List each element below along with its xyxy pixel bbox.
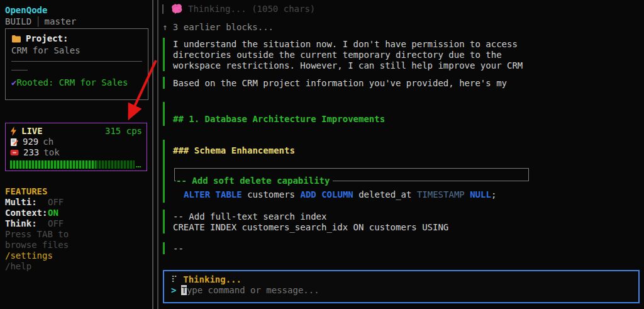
message-block: ## 1. Database Architecture Improvements	[163, 102, 385, 126]
tab-hint-line2: browse files	[5, 240, 69, 250]
sql-punctuation: ;	[491, 189, 496, 199]
help-command[interactable]: /help	[5, 261, 69, 272]
sql-identifier: customers	[247, 189, 300, 199]
divider-short	[11, 70, 28, 70]
progress-remaining	[96, 160, 135, 169]
branch-name: master	[45, 16, 77, 26]
feature-value: OFF	[48, 197, 64, 207]
settings-command[interactable]: /settings	[5, 250, 69, 261]
divider	[11, 61, 142, 62]
earlier-blocks-indicator[interactable]: ↑ 3 earlier blocks...	[162, 22, 274, 33]
paragraph-line: I understand the situation now. I don't …	[173, 39, 523, 50]
feature-value: ON	[48, 208, 58, 218]
progress-ellipsis: …	[136, 159, 141, 170]
feature-label: Multi:	[5, 197, 48, 208]
markdown-h3: ### Schema Enhancements	[173, 145, 529, 156]
text-cursor: T	[181, 285, 186, 295]
feature-context: Context:ON	[5, 208, 69, 218]
app-title: OpenQode	[5, 5, 47, 16]
sql-keyword: ALTER TABLE	[184, 189, 247, 199]
char-count: 929	[23, 137, 38, 147]
build-branch-line: BUILD│master	[5, 16, 76, 27]
project-name: CRM for Sales	[11, 45, 142, 56]
message-block: Based on the CRM project information you…	[163, 77, 507, 89]
message-block: -- Add full-text search index CREATE IND…	[163, 210, 448, 233]
sql-statement: CREATE INDEX customers_search_idx ON cus…	[173, 222, 448, 233]
markdown-h2: ## 1. Database Architecture Improvements	[173, 114, 385, 125]
message-block: I understand the situation now. I don't …	[163, 38, 523, 71]
brain-icon	[171, 4, 183, 14]
features-title: FEATURES	[5, 186, 69, 197]
progress-filled	[10, 160, 96, 169]
lightning-icon	[10, 126, 17, 136]
thinking-header: Thinking... (1050 chars)	[162, 4, 315, 14]
prompt-chevron: >	[171, 285, 176, 295]
message-block: ### Schema Enhancements -- Add soft dele…	[163, 140, 529, 203]
project-panel: Project: CRM for Sales ✔Rooted: CRM for …	[5, 28, 148, 100]
separator-bar: │	[31, 16, 44, 26]
sql-identifier: deleted_at	[358, 189, 417, 199]
spinner-icon: ⠏	[171, 274, 177, 284]
token-ticket-icon	[10, 149, 19, 156]
tab-hint-line1: Press TAB to	[5, 229, 69, 240]
chat-output-area: Thinking... (1050 chars) ↑ 3 earlier blo…	[162, 0, 644, 309]
features-section: FEATURES Multi:OFF Context:ON Think:OFF …	[5, 186, 69, 272]
sidebar: OpenQode BUILD│master Project: CRM for S…	[0, 0, 151, 309]
sql-comment: -- Add full-text search index	[173, 211, 448, 222]
thinking-header-text: Thinking... (1050 chars)	[188, 4, 315, 14]
code-block-frame: -- Add soft delete capability	[174, 168, 529, 181]
sql-type: TIMESTAMP	[417, 189, 470, 199]
message-block: --	[163, 242, 184, 254]
live-stats-panel: LIVE 315 cps 929 ch 233 tok …	[5, 123, 147, 171]
build-label: BUILD	[5, 16, 31, 26]
input-prompt-row[interactable]: >Type command or message...	[171, 285, 631, 296]
feature-multi: Multi:OFF	[5, 197, 69, 208]
input-status-text: Thinking...	[183, 274, 242, 284]
rooted-text: Rooted: CRM for Sales	[16, 77, 128, 87]
folder-icon	[11, 35, 21, 43]
input-placeholder: ype command or message...	[187, 285, 319, 295]
token-unit: tok	[43, 147, 59, 158]
char-unit: ch	[43, 137, 53, 147]
sql-statement: ALTER TABLE customers ADD COLUMN deleted…	[184, 189, 529, 200]
live-label: LIVE	[21, 126, 43, 137]
feature-value: OFF	[48, 218, 64, 228]
paragraph-line: Based on the CRM project information you…	[173, 78, 507, 89]
sql-comment: -- Add soft delete capability	[176, 176, 333, 186]
rooted-status: ✔Rooted: CRM for Sales	[11, 77, 142, 88]
paragraph-line: directories outside the current temporar…	[173, 50, 523, 60]
sql-keyword: ADD COLUMN	[300, 189, 358, 199]
sql-keyword: NULL	[470, 189, 491, 199]
cps-value: 315 cps	[105, 126, 142, 137]
input-status-row: ⠏Thinking...	[171, 274, 631, 285]
token-count: 233	[23, 147, 39, 158]
vertical-separator-left	[152, 0, 153, 309]
gutter-bar	[162, 4, 164, 14]
streaming-dashes: --	[173, 244, 184, 254]
feature-think: Think:OFF	[5, 218, 69, 229]
feature-label: Think:	[5, 218, 48, 229]
paragraph-line: workspace restrictions. However, I can s…	[173, 60, 523, 71]
vertical-separator-right	[157, 0, 158, 309]
command-input-box[interactable]: ⠏Thinking... >Type command or message...	[163, 270, 640, 303]
memo-icon	[10, 138, 18, 147]
stream-progress-bar: …	[10, 160, 142, 169]
project-label: Project:	[26, 33, 68, 44]
feature-label: Context:	[5, 208, 48, 218]
